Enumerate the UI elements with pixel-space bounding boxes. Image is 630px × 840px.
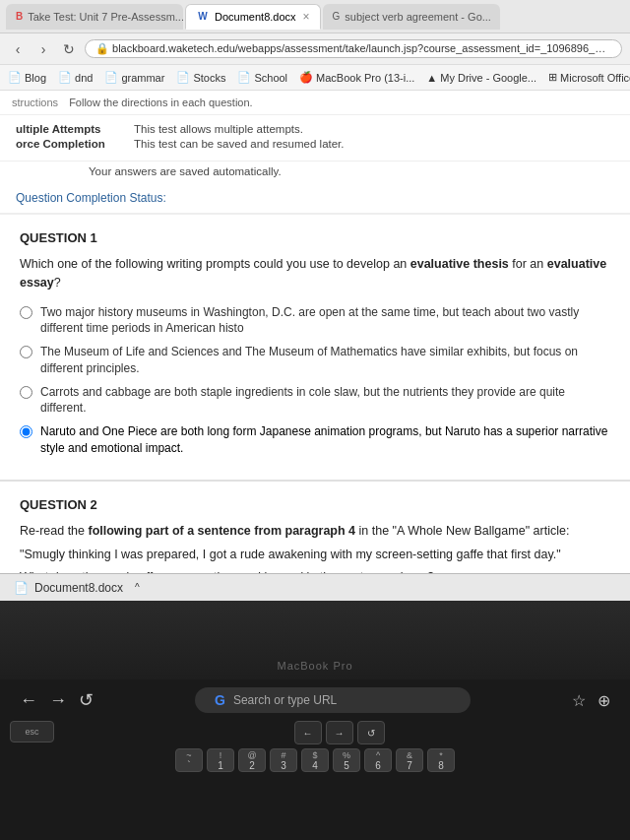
- keyboard-area: ← → ↺ G Search or type URL ☆ ⊕ esc ← → ↺…: [0, 679, 630, 808]
- tab2-close[interactable]: ×: [303, 10, 310, 24]
- q1-radio-c[interactable]: [20, 386, 32, 399]
- bookmark-drive-label: My Drive - Google...: [440, 72, 536, 84]
- search-bar-area: ← → ↺ G Search or type URL ☆ ⊕: [10, 687, 620, 713]
- bookmark-office-label: Microsoft Office H...: [560, 72, 630, 84]
- bookmark-stocks[interactable]: 📄 Stocks: [176, 71, 225, 84]
- tab3-label: subject verb agreement - Go...: [345, 11, 491, 23]
- bookmark-blog-icon: 📄: [8, 71, 22, 84]
- bookmark-school[interactable]: 📄 School: [237, 71, 287, 84]
- key-3[interactable]: # 3: [270, 748, 297, 772]
- question-2-block: QUESTION 2 Re-read the following part of…: [0, 482, 630, 573]
- search-bar-text: Search or type URL: [233, 693, 337, 707]
- keyboard-row-1: esc ← → ↺: [10, 721, 620, 744]
- tab-docx[interactable]: W Document8.docx ×: [185, 4, 321, 30]
- autosave-note: Your answers are saved automatically.: [0, 162, 630, 183]
- bookmark-dnd-icon: 📄: [58, 71, 72, 84]
- completion-status: Question Completion Status:: [0, 183, 630, 215]
- completion-text: This test can be saved and resumed later…: [134, 138, 345, 150]
- q1-option-c[interactable]: Carrots and cabbage are both staple ingr…: [20, 384, 610, 418]
- keyboard-reload-icon[interactable]: ↺: [79, 689, 94, 711]
- bookmark-blog[interactable]: 📄 Blog: [8, 71, 46, 84]
- bookmark-grammar[interactable]: 📄 grammar: [104, 71, 164, 84]
- q1-text-c: Carrots and cabbage are both staple ingr…: [40, 384, 610, 418]
- bookmark-dnd[interactable]: 📄 dnd: [58, 71, 93, 84]
- structions-label: structions: [12, 97, 58, 108]
- lock-icon: 🔒: [95, 42, 109, 54]
- q1-radio-b[interactable]: [20, 346, 32, 358]
- forward-button[interactable]: ›: [33, 41, 53, 57]
- blackboard-icon: B: [16, 10, 23, 24]
- key-5[interactable]: % 5: [333, 748, 360, 772]
- key-8[interactable]: * 8: [427, 748, 455, 772]
- q1-text-d: Naruto and One Piece are both long form …: [40, 423, 610, 457]
- google-g-icon: G: [215, 692, 225, 708]
- star-icon[interactable]: ☆: [572, 691, 586, 710]
- q1-option-d[interactable]: Naruto and One Piece are both long form …: [20, 423, 610, 457]
- tab-assessm[interactable]: B Take Test: Unit 7 Pre-Assessm... ×: [6, 4, 183, 30]
- question-2-text: Re-read the following part of a sentence…: [20, 522, 610, 573]
- q1-option-a[interactable]: Two major history museums in Washington,…: [20, 304, 610, 338]
- bookmark-office-icon: ⊞: [548, 71, 557, 84]
- taskbar-chevron: ^: [135, 582, 140, 593]
- q1-text-b: The Museum of Life and Sciences and The …: [40, 344, 610, 377]
- macbook-body: MacBook Pro: [0, 601, 630, 679]
- bookmarks-bar: 📄 Blog 📄 dnd 📄 grammar 📄 Stocks 📄 School…: [0, 65, 630, 91]
- key-back[interactable]: ←: [294, 721, 322, 744]
- google-icon: G: [333, 10, 341, 24]
- completion-label: orce Completion: [16, 138, 134, 150]
- q1-bold2: evaluative essay: [20, 257, 606, 290]
- q1-radio-d[interactable]: [20, 425, 32, 438]
- keyboard-forward-icon[interactable]: →: [49, 690, 67, 711]
- bookmark-school-icon: 📄: [237, 71, 251, 84]
- tab-google[interactable]: G subject verb agreement - Go...: [323, 4, 500, 30]
- q1-option-b[interactable]: The Museum of Life and Sciences and The …: [20, 344, 610, 377]
- google-search-bar[interactable]: G Search or type URL: [195, 687, 471, 713]
- bookmark-macbook-icon: 🍎: [299, 71, 313, 84]
- q1-radio-a[interactable]: [20, 306, 32, 319]
- key-refresh[interactable]: ↺: [357, 721, 385, 744]
- keyboard-row-2: ~ ` ! 1 @ 2 # 3 $ 4 % 5 ^ 6 & 7: [10, 748, 620, 772]
- page-header: structions Follow the directions in each…: [0, 91, 630, 115]
- question-2-number: QUESTION 2: [20, 497, 610, 512]
- browser-chrome: B Take Test: Unit 7 Pre-Assessm... × W D…: [0, 0, 630, 91]
- tab2-label: Document8.docx: [215, 11, 296, 23]
- keyboard-back-icon[interactable]: ←: [20, 690, 37, 711]
- question-1-number: QUESTION 1: [20, 230, 610, 245]
- word-icon: W: [196, 10, 210, 24]
- bookmark-school-label: School: [254, 72, 287, 84]
- back-button[interactable]: ‹: [8, 41, 28, 57]
- q2-quote: "Smugly thinking I was prepared, I got a…: [20, 546, 610, 564]
- question-1-text: Which one of the following writing promp…: [20, 255, 610, 292]
- address-bar: ‹ › ↻ 🔒 blackboard.waketech.edu/webapps/…: [0, 33, 630, 65]
- q1-text-a: Two major history museums in Washington,…: [40, 304, 610, 338]
- bookmark-stocks-label: Stocks: [193, 72, 225, 84]
- key-forward[interactable]: →: [326, 721, 353, 744]
- bookmark-macbook-label: MacBook Pro (13-i...: [316, 72, 414, 84]
- key-esc[interactable]: esc: [10, 721, 54, 743]
- bookmark-drive[interactable]: ▲ My Drive - Google...: [426, 72, 536, 84]
- key-1[interactable]: ! 1: [207, 748, 234, 772]
- key-tilde[interactable]: ~ `: [175, 748, 203, 772]
- tab1-label: Take Test: Unit 7 Pre-Assessm...: [28, 11, 183, 23]
- taskbar[interactable]: 📄 Document8.docx ^: [0, 573, 630, 601]
- tab-bar: B Take Test: Unit 7 Pre-Assessm... × W D…: [0, 0, 630, 33]
- key-4[interactable]: $ 4: [301, 748, 329, 772]
- url-bar[interactable]: 🔒 blackboard.waketech.edu/webapps/assess…: [85, 39, 622, 58]
- q2-bold: following part of a sentence from paragr…: [88, 524, 355, 538]
- question-1-block: QUESTION 1 Which one of the following wr…: [0, 215, 630, 482]
- page-content: structions Follow the directions in each…: [0, 91, 630, 573]
- plus-icon[interactable]: ⊕: [598, 691, 610, 710]
- info-row-completion: orce Completion This test can be saved a…: [16, 138, 614, 150]
- bookmark-macbook[interactable]: 🍎 MacBook Pro (13-i...: [299, 71, 414, 84]
- bookmark-drive-icon: ▲: [426, 72, 437, 84]
- key-6[interactable]: ^ 6: [364, 748, 392, 772]
- attempts-label: ultiple Attempts: [16, 123, 134, 135]
- key-2[interactable]: @ 2: [238, 748, 266, 772]
- url-text: blackboard.waketech.edu/webapps/assessme…: [112, 42, 622, 54]
- bookmark-office[interactable]: ⊞ Microsoft Office H...: [548, 71, 630, 84]
- q1-bold1: evaluative thesis: [410, 257, 509, 271]
- reload-button[interactable]: ↻: [59, 41, 79, 57]
- key-7[interactable]: & 7: [396, 748, 423, 772]
- info-section: ultiple Attempts This test allows multip…: [0, 115, 630, 162]
- header-note: Follow the directions in each question.: [69, 97, 253, 108]
